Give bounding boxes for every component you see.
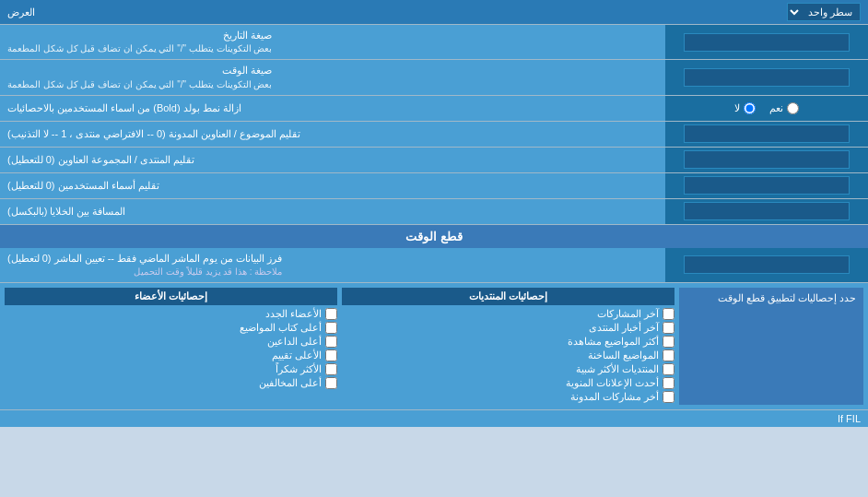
footer-note: If FIL [0,409,868,427]
bold-yes-radio[interactable] [787,102,799,114]
bold-radio-group: نعم لا [734,102,799,114]
date-format-input-container[interactable]: d-m [665,25,868,59]
stat-member-6-checkbox[interactable] [325,377,337,389]
dropdown-container[interactable]: سطر واحدسطرينثلاثة أسطر [787,3,861,21]
stat-forum-4: المواضيع الساخنة [342,349,674,361]
bottom-stats-section: حدد إحصاليات لتطبيق قطع الوقت إحصائيات ا… [0,283,868,409]
cutoff-label: فرز البيانات من يوم الماشر الماضي فقط --… [0,248,665,282]
stat-member-4: الأعلى تقييم [5,349,337,361]
stat-member-2-checkbox[interactable] [325,322,337,334]
topics-input-container[interactable]: 33 [665,122,868,147]
view-select[interactable]: سطر واحدسطرينثلاثة أسطر [787,3,861,21]
members-stats-col: إحصائيات الأعضاء الأعضاء الجدد أعلى كتاب… [5,288,337,405]
cell-spacing-input-container[interactable]: 2 [665,199,868,224]
cutoff-row: 0 فرز البيانات من يوم الماشر الماضي فقط … [0,248,868,283]
topics-label: تقليم الموضوع / العناوين المدونة (0 -- ا… [0,122,665,147]
bold-radio-container[interactable]: نعم لا [665,96,868,121]
stat-forum-1: آخر المشاركات [342,308,674,320]
usernames-row: 0 تقليم أسماء المستخدمين (0 للتعطيل) [0,173,868,199]
topics-threads-row: 33 تقليم الموضوع / العناوين المدونة (0 -… [0,122,868,148]
date-format-row: d-m صيغة التاريخ بعض التكوينات يتطلب "/"… [0,25,868,60]
main-container: سطر واحدسطرينثلاثة أسطر العرض d-m صيغة ا… [0,0,868,427]
stat-member-1: الأعضاء الجدد [5,308,337,320]
stat-forum-6: أحدث الإعلانات المنوية [342,377,674,389]
cell-spacing-input[interactable]: 2 [684,202,850,220]
stat-forum-6-checkbox[interactable] [663,377,674,389]
stat-member-1-checkbox[interactable] [325,308,337,320]
cell-spacing-label: المسافة بين الخلايا (بالبكسل) [0,199,665,224]
time-format-input[interactable]: H:i [684,68,850,87]
stat-member-4-checkbox[interactable] [325,349,337,361]
stat-forum-2-checkbox[interactable] [663,322,674,334]
time-format-label: صيغة الوقت بعض التكوينات يتطلب "/" التي … [0,60,665,94]
members-stats-header: إحصائيات الأعضاء [5,288,337,305]
bold-yes-label[interactable]: نعم [769,102,799,114]
stat-member-6: أعلى المخالفين [5,377,337,389]
date-format-label: صيغة التاريخ بعض التكوينات يتطلب "/" الت… [0,25,665,59]
stat-member-3: أعلى الداعين [5,336,337,348]
stat-forum-5-checkbox[interactable] [663,363,674,375]
forum-stats-header: إحصائيات المنتديات [342,288,674,305]
stat-forum-2: آخر أخبار المنتدى [342,322,674,334]
apply-stats-label: حدد إحصاليات لتطبيق قطع الوقت [679,288,863,405]
cutoff-section-header: قطع الوقت [0,225,868,248]
stat-forum-7: أخر مشاركات المدونة [342,391,674,403]
header-row: سطر واحدسطرينثلاثة أسطر العرض [0,0,868,25]
stat-forum-3: أكثر المواضيع مشاهدة [342,336,674,348]
usernames-label: تقليم أسماء المستخدمين (0 للتعطيل) [0,173,665,198]
usernames-input-container[interactable]: 0 [665,173,868,198]
cutoff-input-container[interactable]: 0 [665,248,868,282]
forum-stats-col: إحصائيات المنتديات آخر المشاركات آخر أخب… [342,288,674,405]
forum-members-row: 33 تقليم المنتدى / المجموعة العناوين (0 … [0,148,868,173]
bold-remove-label: ازالة نمط بولد (Bold) من اسماء المستخدمي… [0,96,665,121]
usernames-input[interactable]: 0 [684,176,850,195]
time-format-row: H:i صيغة الوقت بعض التكوينات يتطلب "/" ا… [0,60,868,95]
stat-forum-5: المنتديات الأكثر شبية [342,363,674,375]
bold-no-label[interactable]: لا [734,102,756,114]
stat-member-5-checkbox[interactable] [325,363,337,375]
topics-input[interactable]: 33 [684,124,850,143]
stat-member-3-checkbox[interactable] [325,336,337,348]
date-format-input[interactable]: d-m [684,33,850,52]
header-label: العرض [7,6,35,18]
forum-input[interactable]: 33 [684,150,850,169]
stat-forum-3-checkbox[interactable] [663,336,674,348]
stat-forum-4-checkbox[interactable] [663,349,674,361]
bold-no-radio[interactable] [744,102,756,114]
stat-forum-7-checkbox[interactable] [663,391,674,403]
forum-input-container[interactable]: 33 [665,148,868,172]
bold-remove-row: نعم لا ازالة نمط بولد (Bold) من اسماء ال… [0,96,868,122]
forum-label: تقليم المنتدى / المجموعة العناوين (0 للت… [0,148,665,172]
cutoff-input[interactable]: 0 [684,255,850,274]
cell-spacing-row: 2 المسافة بين الخلايا (بالبكسل) [0,199,868,225]
stat-member-2: أعلى كتاب المواضيع [5,322,337,334]
time-format-input-container[interactable]: H:i [665,60,868,94]
stat-member-5: الأكثر شكراً [5,363,337,375]
stat-forum-1-checkbox[interactable] [663,308,674,320]
